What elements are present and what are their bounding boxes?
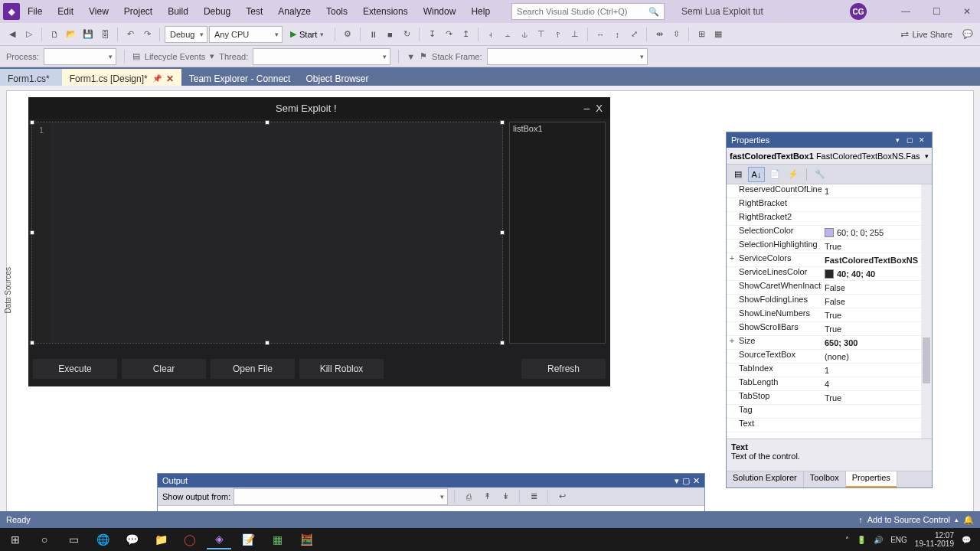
tab-toolbox[interactable]: Toolbox — [804, 471, 846, 487]
undo-icon[interactable]: ↶ — [122, 27, 138, 42]
form-minimize-icon[interactable]: – — [584, 102, 590, 114]
align-center-icon[interactable]: ⫠ — [500, 27, 515, 42]
alphabetical-icon[interactable]: A↓ — [748, 167, 765, 182]
debug-restart-icon[interactable]: ↻ — [399, 27, 414, 42]
explorer-icon[interactable]: 📁 — [149, 530, 173, 549]
tab-object-browser[interactable]: Object Browser — [298, 69, 376, 86]
panel-pin-icon[interactable]: ▢ — [904, 135, 915, 145]
app-icon[interactable]: ▦ — [265, 530, 289, 549]
debug-step-icon[interactable]: ⏸ — [365, 27, 381, 42]
property-pages-icon[interactable]: 🔧 — [812, 167, 828, 182]
menu-project[interactable]: Project — [116, 3, 160, 20]
property-row[interactable]: Tag — [727, 405, 932, 419]
debug-stepinto-icon[interactable]: ↧ — [424, 27, 439, 42]
menu-edit[interactable]: Edit — [50, 3, 81, 20]
visualstudio-icon[interactable]: ◈ — [207, 530, 231, 549]
discord-icon[interactable]: 💬 — [119, 530, 144, 549]
save-all-icon[interactable]: 🗄 — [97, 27, 113, 42]
start-menu-icon[interactable]: ⊞ — [3, 530, 28, 549]
filter-icon[interactable]: ▼ — [407, 52, 415, 61]
form-close-icon[interactable]: X — [596, 103, 603, 114]
vspace-icon[interactable]: ⇳ — [668, 27, 684, 42]
size-height-icon[interactable]: ↕ — [609, 27, 625, 42]
redo-icon[interactable]: ↷ — [139, 27, 155, 42]
menu-view[interactable]: View — [81, 3, 116, 20]
output-wordwrap-icon[interactable]: ↩ — [554, 489, 570, 504]
tab-solution-explorer[interactable]: Solution Explorer — [727, 471, 804, 487]
size-width-icon[interactable]: ↔ — [593, 27, 608, 42]
output-next-icon[interactable]: ↡ — [498, 489, 513, 504]
clear-button[interactable]: Clear — [122, 359, 206, 379]
save-icon[interactable]: 💾 — [80, 27, 96, 42]
bring-front-icon[interactable]: ▦ — [710, 27, 726, 42]
menu-build[interactable]: Build — [160, 3, 196, 20]
system-tray[interactable]: ˄ 🔋 🔊 ENG 12:07 19-11-2019 💬 — [845, 531, 977, 548]
window-minimize-button[interactable]: — — [896, 3, 916, 20]
window-close-button[interactable]: ✕ — [957, 3, 977, 20]
property-row[interactable]: ShowCaretWhenInactiFalse — [727, 281, 932, 295]
align-right-icon[interactable]: ⫝ — [517, 27, 532, 42]
stackframe-combo[interactable] — [487, 48, 648, 65]
property-row[interactable]: RightBracket2 — [727, 212, 932, 226]
design-form[interactable]: Semi Exploit ! – X 1 listBox1 Execute Cl… — [28, 97, 610, 386]
fastcoloredtextbox[interactable]: 1 — [31, 122, 503, 344]
align-middle-icon[interactable]: ⫯ — [550, 27, 566, 42]
cortana-search-icon[interactable]: ○ — [32, 530, 57, 549]
add-source-control-button[interactable]: Add to Source Control — [867, 515, 950, 524]
property-row[interactable]: ShowScrollBarsTrue — [727, 322, 932, 336]
center-form-icon[interactable]: ⊞ — [694, 27, 709, 42]
execute-button[interactable]: Execute — [33, 359, 117, 379]
battery-icon[interactable]: 🔋 — [857, 536, 866, 544]
notepad-icon[interactable]: 📝 — [236, 530, 260, 549]
calculator-icon[interactable]: 🧮 — [294, 530, 318, 549]
hspace-icon[interactable]: ⇹ — [652, 27, 667, 42]
align-top-icon[interactable]: ⊤ — [534, 27, 549, 42]
chrome-icon[interactable]: 🌐 — [90, 530, 115, 549]
debug-stepover-icon[interactable]: ↷ — [441, 27, 456, 42]
properties-object-selector[interactable]: fastColoredTextBox1 FastColoredTextBoxNS… — [727, 148, 932, 165]
add-source-control-icon[interactable]: ↑ — [858, 515, 863, 524]
output-clear-icon[interactable]: ≣ — [526, 489, 541, 504]
process-combo[interactable] — [44, 48, 116, 65]
killroblox-button[interactable]: Kill Roblox — [299, 359, 384, 379]
menu-tools[interactable]: Tools — [318, 3, 355, 20]
pin-icon[interactable]: 📌 — [152, 74, 162, 83]
panel-close-icon[interactable]: ✕ — [916, 135, 927, 145]
menu-help[interactable]: Help — [463, 3, 498, 20]
language-indicator[interactable]: ENG — [890, 536, 907, 544]
property-row[interactable]: RightBracket — [727, 198, 932, 212]
menu-test[interactable]: Test — [238, 3, 270, 20]
tray-expand-icon[interactable]: ˄ — [845, 536, 849, 544]
volume-icon[interactable]: 🔊 — [874, 536, 883, 544]
output-source-combo[interactable] — [234, 488, 448, 505]
tab-form1-design[interactable]: Form1.cs [Design]* 📌 ✕ — [62, 69, 181, 86]
listbox1[interactable]: listBox1 — [509, 122, 606, 344]
nav-back-icon[interactable]: ◀ — [5, 27, 20, 42]
panel-dropdown-icon[interactable]: ▾ — [892, 135, 903, 145]
output-prev-icon[interactable]: ↟ — [479, 489, 495, 504]
property-row[interactable]: ShowFoldingLinesFalse — [727, 295, 932, 308]
task-view-icon[interactable]: ▭ — [61, 530, 86, 549]
start-debug-button[interactable]: ▶ Start ▾ — [284, 26, 330, 43]
property-row[interactable]: ReservedCountOfLine1 — [727, 184, 932, 198]
tab-properties[interactable]: Properties — [846, 471, 897, 487]
events-icon[interactable]: ⚡ — [785, 167, 802, 182]
menu-window[interactable]: Window — [416, 3, 464, 20]
output-find-icon[interactable]: ⎙ — [461, 489, 476, 504]
property-row[interactable]: +ServiceColorsFastColoredTextBoxNS — [727, 253, 932, 267]
feedback-icon[interactable]: 💬 — [960, 27, 975, 42]
properties-scrollbar[interactable] — [921, 184, 932, 439]
window-maximize-button[interactable]: ☐ — [926, 3, 946, 20]
property-row[interactable]: SelectionHighlightingTrue — [727, 240, 932, 253]
action-center-icon[interactable]: 💬 — [962, 536, 971, 544]
property-row[interactable]: TabStopTrue — [727, 391, 932, 405]
size-both-icon[interactable]: ⤢ — [626, 27, 642, 42]
new-project-icon[interactable]: 🗋 — [47, 27, 62, 42]
output-titlebar[interactable]: Output ▾ ▢ ✕ — [158, 474, 704, 487]
property-row[interactable]: TabLength4 — [727, 377, 932, 391]
property-row[interactable]: SelectionColor60; 0; 0; 255 — [727, 226, 932, 240]
solution-platform-combo[interactable]: Any CPU — [209, 26, 283, 43]
menu-debug[interactable]: Debug — [196, 3, 238, 20]
output-close-icon[interactable]: ✕ — [693, 476, 700, 486]
clock-date[interactable]: 19-11-2019 — [915, 540, 954, 548]
